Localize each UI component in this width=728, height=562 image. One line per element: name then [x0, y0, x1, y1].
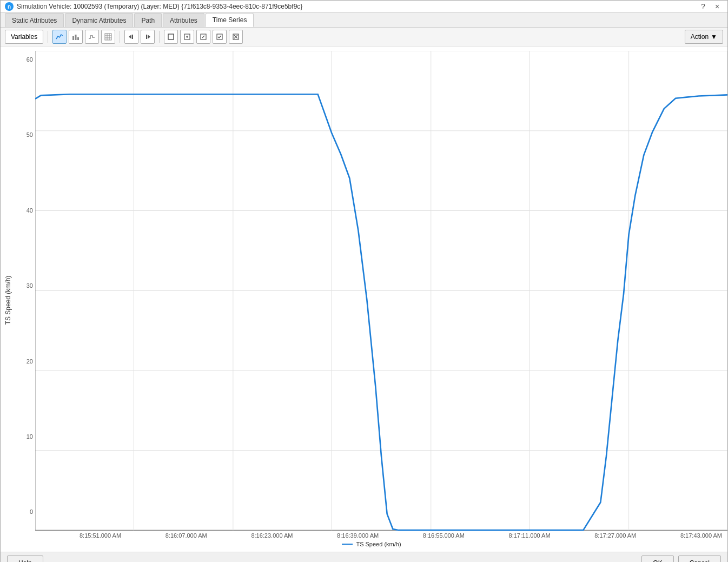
x-tick-1: 8:16:07.000 AM	[166, 532, 207, 539]
legend-area: TS Speed (km/h)	[16, 539, 727, 550]
box-btn[interactable]	[164, 30, 178, 44]
action-dropdown-icon: ▼	[711, 33, 717, 41]
separator-3	[159, 31, 160, 43]
step-chart-icon-btn[interactable]	[85, 30, 99, 44]
variables-button[interactable]: Variables	[5, 30, 43, 44]
svg-rect-12	[168, 34, 174, 39]
svg-marker-8	[129, 35, 131, 39]
separator-1	[48, 31, 48, 43]
y-tick-0: 0	[20, 508, 33, 515]
tab-path[interactable]: Path	[134, 13, 162, 27]
chart-inner: TS Speed (km/h) 60 50 40 30 20 10 0	[1, 51, 727, 550]
chart-with-yaxis: 60 50 40 30 20 10 0	[16, 51, 727, 550]
x-tick-5: 8:17:11.000 AM	[509, 532, 551, 539]
svg-line-17	[202, 36, 204, 38]
ok-button[interactable]: OK	[641, 556, 673, 562]
y-tick-50: 50	[20, 131, 33, 138]
x-tick-6: 8:17:27.000 AM	[594, 532, 636, 539]
app-icon: n	[5, 2, 14, 11]
tab-time-series[interactable]: Time Series	[206, 13, 254, 27]
y-ticks: 60 50 40 30 20 10 0	[16, 51, 35, 531]
x-tick-2: 8:16:23.000 AM	[251, 532, 293, 539]
action-button[interactable]: Action ▼	[685, 30, 723, 44]
legend-label: TS Speed (km/h)	[356, 541, 401, 547]
x-tick-0: 8:15:51.000 AM	[80, 532, 121, 539]
toolbar: Variables	[1, 28, 727, 47]
tab-dynamic-attributes[interactable]: Dynamic Attributes	[65, 13, 133, 27]
tab-attributes[interactable]: Attributes	[163, 13, 204, 27]
footer: Help OK Cancel	[1, 552, 727, 562]
line-chart-icon-btn[interactable]	[52, 30, 67, 44]
y-tick-10: 10	[20, 433, 33, 440]
box-link-btn[interactable]	[196, 30, 210, 44]
svg-rect-0	[72, 36, 74, 40]
title-bar: n Simulation Vehicle: 10002593 (Temporar…	[1, 1, 727, 13]
x-tick-4: 8:16:55.000 AM	[423, 532, 465, 539]
y-tick-20: 20	[20, 358, 33, 365]
y-axis-label: TS Speed (km/h)	[1, 51, 16, 550]
checkbox2-btn[interactable]	[229, 30, 243, 44]
speed-line	[35, 94, 727, 530]
x-axis-area: 8:15:51.000 AM 8:16:07.000 AM 8:16:23.00…	[16, 531, 727, 539]
chart-canvas-area: 60 50 40 30 20 10 0	[16, 51, 727, 531]
y-tick-30: 30	[20, 282, 33, 289]
title-bar-controls: ? ×	[697, 1, 723, 12]
svg-rect-1	[75, 35, 77, 40]
svg-rect-7	[105, 34, 111, 40]
cancel-button[interactable]: Cancel	[678, 556, 721, 562]
svg-rect-2	[77, 37, 79, 40]
svg-rect-11	[146, 35, 147, 39]
main-window: n Simulation Vehicle: 10002593 (Temporar…	[0, 0, 728, 562]
grid-icon-btn[interactable]	[101, 30, 115, 44]
y-tick-40: 40	[20, 207, 33, 214]
chart-svg	[35, 51, 727, 531]
separator-2	[120, 31, 120, 43]
legend-line	[342, 544, 353, 545]
help-button[interactable]: Help	[7, 556, 43, 562]
x-tick-3: 8:16:39.000 AM	[337, 532, 379, 539]
x-ticks: 8:15:51.000 AM 8:16:07.000 AM 8:16:23.00…	[74, 531, 727, 539]
x-tick-7: 8:17:43.000 AM	[680, 532, 722, 539]
first-btn[interactable]	[124, 30, 138, 44]
window-title: Simulation Vehicle: 10002593 (Temporary)…	[17, 3, 302, 10]
tab-static-attributes[interactable]: Static Attributes	[5, 13, 64, 27]
box-data-btn[interactable]	[180, 30, 194, 44]
help-icon-btn[interactable]: ?	[697, 1, 709, 12]
y-tick-60: 60	[20, 56, 33, 63]
title-bar-left: n Simulation Vehicle: 10002593 (Temporar…	[5, 2, 302, 11]
svg-marker-10	[148, 35, 150, 39]
bar-chart-icon-btn[interactable]	[69, 30, 83, 44]
footer-right: OK Cancel	[641, 556, 721, 562]
chart-area: TS Speed (km/h) 60 50 40 30 20 10 0	[1, 47, 727, 552]
action-label: Action	[691, 33, 709, 41]
tab-bar: Static Attributes Dynamic Attributes Pat…	[1, 13, 727, 28]
last-btn[interactable]	[141, 30, 155, 44]
checkbox-btn[interactable]	[213, 30, 227, 44]
close-btn[interactable]: ×	[711, 1, 723, 12]
line-chart-svg	[35, 51, 727, 531]
svg-rect-9	[132, 35, 133, 39]
